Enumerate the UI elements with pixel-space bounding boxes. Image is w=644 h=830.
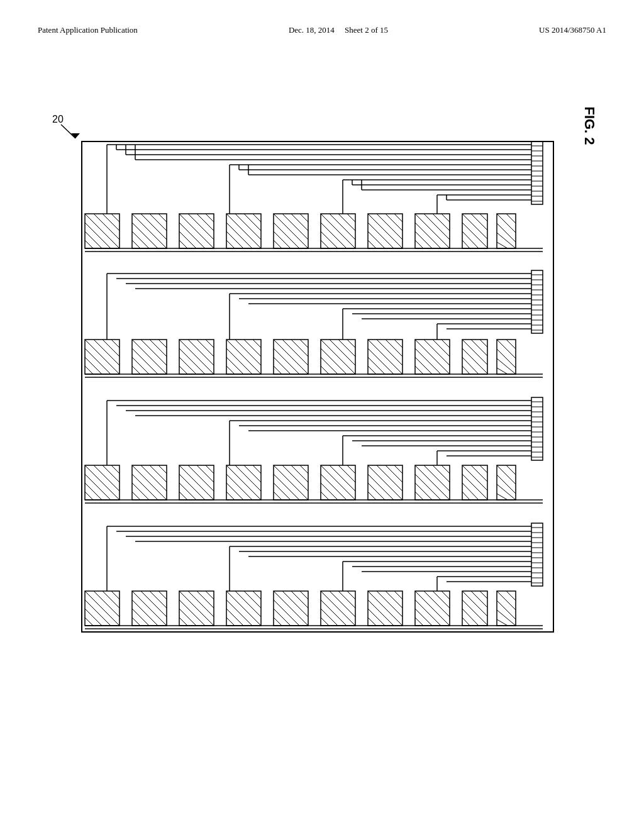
svg-rect-319 [462, 465, 487, 500]
header-sheet: Sheet 2 of 15 [345, 25, 388, 35]
fig-label: FIG. 2 [582, 106, 597, 145]
svg-rect-218 [497, 340, 516, 374]
svg-rect-110 [497, 214, 516, 248]
components-row-1 [85, 214, 543, 252]
header-patent-number: US 2014/368750 A1 [539, 25, 606, 35]
svg-rect-434 [497, 591, 516, 626]
wiring-row-1 [107, 141, 543, 214]
ref-number-20: 20 [52, 114, 64, 124]
header-date-sheet: Dec. 18, 2014 Sheet 2 of 15 [289, 25, 388, 35]
svg-rect-326 [497, 465, 516, 500]
components-row-3 [85, 465, 543, 503]
header-publication-label: Patent Application Publication [38, 25, 138, 35]
components-row-2 [85, 340, 543, 377]
wiring-row-2 [107, 270, 543, 340]
wiring-row-4 [107, 523, 543, 591]
svg-rect-427 [462, 591, 487, 626]
svg-rect-103 [462, 214, 487, 248]
svg-rect-211 [462, 340, 487, 374]
header-date: Dec. 18, 2014 [289, 25, 335, 35]
page-header: Patent Application Publication Dec. 18, … [38, 25, 606, 35]
patent-diagram: 20 FIG. 2 [35, 88, 607, 748]
svg-line-0 [61, 124, 75, 138]
components-row-4 [85, 591, 543, 629]
wiring-row-3 [107, 397, 543, 465]
